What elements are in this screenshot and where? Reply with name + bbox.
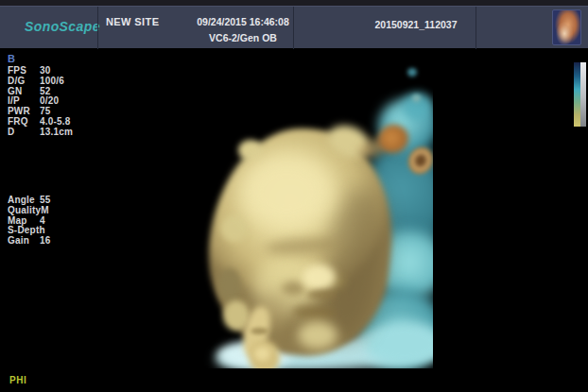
header-divider — [293, 7, 294, 49]
param-row: Gain16 — [8, 236, 51, 247]
header-divider — [97, 7, 98, 49]
nose-highlight — [303, 264, 336, 290]
param-label: Gain — [8, 236, 40, 247]
site-name: NEW SITE — [106, 16, 159, 27]
param-label: D/G — [8, 77, 40, 87]
head-side-bump — [221, 215, 248, 242]
param-value: 13.1cm — [40, 128, 73, 138]
param-row: QualityM — [8, 206, 51, 216]
head-left-bump — [238, 140, 263, 161]
render-params: Angle55 QualityM Map4 S-Depth Gain16 — [8, 196, 51, 247]
chin-highlight — [298, 321, 337, 349]
fetus-thumbnail-icon — [553, 10, 580, 44]
ultrasound-screen: SonoScape NEW SITE 09/24/2015 16:46:08 V… — [0, 0, 588, 392]
wrist-crease — [251, 328, 268, 334]
mode-b-indicator: B — [8, 53, 15, 64]
harmonic-imaging-label: PHI — [9, 375, 26, 385]
acquisition-params: FPS30 D/G100/6 GN52 I/P0/20 PWR75 FRQ4.0… — [8, 66, 73, 138]
probe-preset: VC6-2/Gen OB — [187, 32, 299, 43]
param-value: M — [41, 206, 49, 216]
chroma-colorbar — [574, 62, 580, 127]
hand-highlight — [254, 347, 270, 361]
left-eye-shadow — [282, 281, 305, 296]
nostril-shadow — [307, 290, 337, 299]
tissue-speck — [412, 94, 421, 102]
header-bar: SonoScape NEW SITE 09/24/2015 16:46:08 V… — [0, 6, 588, 48]
render-viewport — [140, 55, 433, 368]
exam-datetime: 09/24/2015 16:46:08 — [187, 16, 299, 27]
param-label: Quality — [8, 206, 41, 216]
header-divider — [476, 7, 476, 49]
tissue-speck — [407, 68, 417, 77]
param-row: D13.1cm — [8, 128, 73, 138]
param-row: D/G100/6 — [8, 77, 73, 87]
param-label: D — [8, 128, 40, 138]
grayscale-colorbar — [580, 62, 586, 127]
forehead-highlight — [240, 155, 333, 229]
clipboard-thumbnail[interactable] — [552, 9, 581, 45]
fetal-ear — [218, 268, 241, 302]
brand-logo: SonoScape — [25, 19, 100, 34]
param-value: 100/6 — [40, 77, 64, 87]
param-value: 16 — [40, 236, 51, 247]
exam-id: 20150921_112037 — [355, 19, 477, 30]
